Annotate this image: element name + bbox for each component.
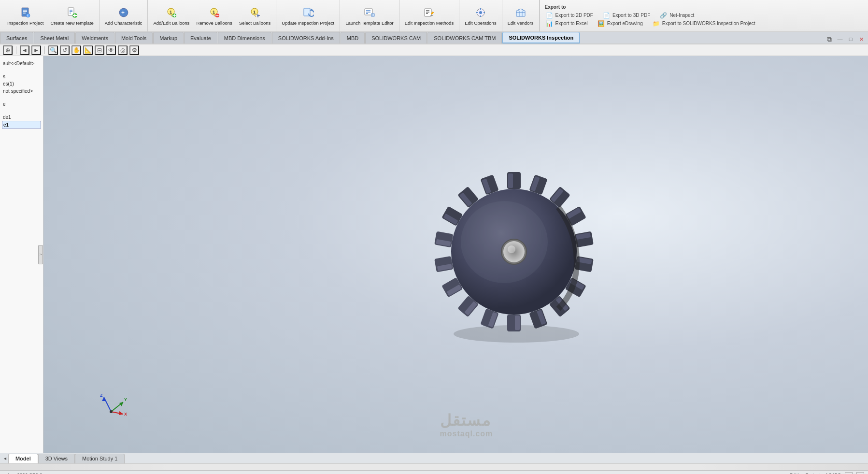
tab-sw-inspection[interactable]: SOLIDWORKS Inspection	[502, 32, 580, 43]
tab-evaluate[interactable]: Evaluate	[184, 32, 217, 43]
panel-item-default[interactable]: ault<<Default>	[2, 60, 41, 67]
axis-indicator: Z Y X	[97, 390, 126, 414]
svg-rect-46	[480, 8, 481, 10]
viewport[interactable]: Z Y X مستقل mostaql.com	[43, 56, 868, 453]
svg-rect-48	[476, 12, 478, 13]
toolbar-group-methods: Edit Inspection Methods	[399, 0, 459, 31]
edit-vendors-btn[interactable]: Edit Vendors	[505, 2, 536, 29]
tab-markup[interactable]: Markup	[153, 32, 184, 43]
bottom-tab-model[interactable]: Model	[8, 454, 38, 463]
close-btn[interactable]: ✕	[856, 35, 866, 43]
export-solidworks-btn[interactable]: 📁 Export to SOLIDWORKS Inspection Projec…	[652, 20, 756, 28]
add-edit-balloons-btn[interactable]: 1 Add/Edit Balloons	[151, 2, 192, 29]
status-right: Editing Part ✎ MMGS + -	[789, 472, 864, 474]
spacer3	[2, 108, 41, 114]
tab-sw-addins[interactable]: SOLIDWORKS Add-Ins	[272, 32, 340, 43]
add-characteristic-btn[interactable]: + Add Characteristic	[102, 2, 145, 29]
rotate-btn[interactable]: ↺	[60, 45, 70, 55]
export-edrawing-btn[interactable]: 🖼️ Export eDrawing	[597, 20, 644, 28]
export-edrawing-icon: 🖼️	[598, 20, 605, 27]
inspection-project-icon: i	[19, 6, 32, 19]
panel-item-s[interactable]: s	[2, 73, 41, 80]
pan-btn[interactable]: ✋	[71, 45, 81, 55]
main-layout: ault<<Default> s es(1) not specified> e …	[0, 56, 868, 453]
maximize-btn[interactable]: □	[846, 35, 855, 43]
export-items-list: 📄 Export to 2D PDF 📄 Export to 3D PDF 🔗 …	[545, 12, 861, 28]
svg-text:Z: Z	[100, 393, 103, 398]
zoom-btn[interactable]: 🔍	[48, 45, 58, 55]
panel-item-e[interactable]: e	[2, 101, 41, 108]
bottom-tab-3dviews[interactable]: 3D Views	[38, 454, 75, 463]
net-inspect-btn[interactable]: 🔗 Net-Inspect	[659, 12, 695, 19]
export-2d-pdf-icon: 📄	[546, 12, 553, 19]
panel-item-e2[interactable]: e1	[2, 121, 41, 129]
tab-sw-cam[interactable]: SOLIDWORKS CAM	[365, 32, 427, 43]
edit-vendors-icon	[514, 6, 527, 19]
toolbar-group-vendors: Edit Vendors	[502, 0, 540, 31]
add-characteristic-icon: +	[117, 6, 130, 19]
svg-rect-47	[480, 15, 481, 17]
section-btn[interactable]: ⊟	[95, 45, 104, 55]
svg-rect-56	[508, 173, 513, 188]
launch-template-editor-btn[interactable]: Launch Template Editor	[343, 2, 396, 29]
remove-balloons-btn[interactable]: 1 Remove Balloons	[194, 2, 234, 29]
restore-btn[interactable]: ⧉	[825, 35, 834, 43]
crosshair-btn[interactable]: ⊕	[3, 45, 13, 55]
tab-surfaces[interactable]: Surfaces	[0, 32, 33, 43]
zoom-plus-btn[interactable]: +	[845, 472, 853, 474]
create-new-template-btn[interactable]: Create New template	[48, 2, 96, 29]
tab-mold-tools[interactable]: Mold Tools	[115, 32, 153, 43]
tab-sw-cam-tbm[interactable]: SOLIDWORKS CAM TBM	[427, 32, 502, 43]
export-3d-pdf-btn[interactable]: 📄 Export to 3D PDF	[602, 12, 651, 19]
tab-mbd-dimensions[interactable]: MBD Dimensions	[218, 32, 271, 43]
minimize-btn[interactable]: —	[835, 35, 845, 43]
export-2d-pdf-btn[interactable]: 📄 Export to 2D PDF	[545, 12, 594, 19]
measure-btn[interactable]: 📐	[83, 45, 93, 55]
panel-collapse-handle[interactable]: >	[38, 245, 43, 264]
toolbar-group-inspection: i Inspection Project Create New template	[2, 0, 100, 31]
svg-line-28	[255, 15, 256, 17]
export-excel-btn[interactable]: 📊 Export to Excel	[545, 20, 589, 28]
nav-right-btn[interactable]: ►	[31, 45, 41, 55]
edit-operations-btn[interactable]: Edit Operations	[462, 2, 498, 29]
svg-text:+: +	[121, 9, 125, 16]
export-3d-pdf-icon: 📄	[603, 12, 610, 19]
tab-sheet-metal[interactable]: Sheet Metal	[34, 32, 75, 43]
panel-item-es1[interactable]: es(1)	[2, 80, 41, 87]
svg-point-102	[110, 410, 113, 413]
svg-rect-50	[516, 11, 525, 16]
svg-line-17	[171, 15, 172, 17]
svg-rect-39	[425, 9, 431, 16]
select-balloons-btn[interactable]: 1 Select Balloons	[237, 2, 273, 29]
status-bar: mium 2020 SP0.0 Editing Part ✎ MMGS + -	[0, 470, 868, 474]
export-excel-icon: 📊	[546, 20, 553, 27]
nav-left-btn[interactable]: ◄	[20, 45, 29, 55]
scroll-row	[0, 463, 868, 470]
gear-model	[417, 162, 611, 347]
select-balloons-icon: 1	[248, 6, 262, 19]
svg-point-45	[479, 11, 482, 14]
settings-btn[interactable]: ⚙	[129, 45, 139, 55]
svg-point-92	[461, 201, 548, 283]
svg-text:X: X	[124, 412, 127, 417]
zoom-minus-btn[interactable]: -	[856, 472, 864, 474]
bottom-tab-motion-study[interactable]: Motion Study 1	[75, 454, 125, 463]
tab-weldments[interactable]: Weldments	[75, 32, 114, 43]
net-inspect-icon: 🔗	[660, 12, 667, 19]
bottom-tabs: ◄ Model 3D Views Motion Study 1	[0, 453, 868, 463]
update-inspection-project-btn[interactable]: Update Inspection Project	[279, 2, 337, 29]
svg-line-23	[214, 15, 215, 17]
watermark: مستقل mostaql.com	[440, 411, 493, 438]
tab-mbd[interactable]: MBD	[341, 32, 365, 43]
view-btn[interactable]: 👁	[106, 45, 116, 55]
panel-item-not-specified[interactable]: not specified>	[2, 87, 41, 95]
display-btn[interactable]: ◎	[118, 45, 128, 55]
export-solidworks-icon: 📁	[653, 20, 660, 27]
bottom-scroll-left[interactable]: ◄	[2, 456, 8, 461]
spacer1	[2, 67, 41, 73]
edit-inspection-methods-btn[interactable]: Edit Inspection Methods	[402, 2, 456, 29]
inspection-project-btn[interactable]: i Inspection Project	[5, 2, 46, 29]
svg-marker-36	[371, 14, 374, 16]
panel-item-de1[interactable]: de1	[2, 114, 41, 121]
sep2	[44, 46, 45, 54]
